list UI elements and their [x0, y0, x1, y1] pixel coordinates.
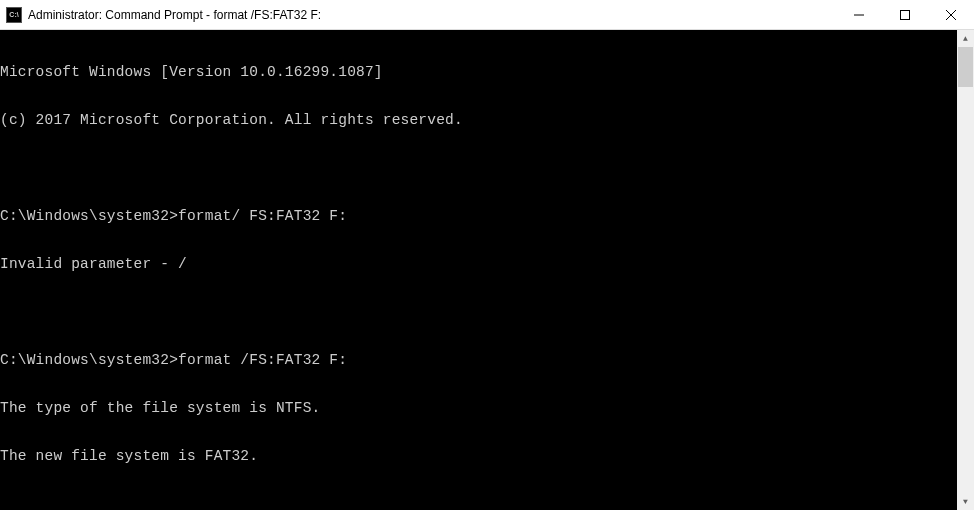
scrollbar-thumb[interactable] — [958, 47, 973, 87]
terminal-line: The type of the file system is NTFS. — [0, 400, 957, 416]
terminal-line: C:\Windows\system32>format/ FS:FAT32 F: — [0, 208, 957, 224]
terminal-line: Invalid parameter - / — [0, 256, 957, 272]
maximize-button[interactable] — [882, 0, 928, 29]
terminal-area: Microsoft Windows [Version 10.0.16299.10… — [0, 30, 974, 510]
vertical-scrollbar[interactable]: ▲ ▼ — [957, 30, 974, 510]
close-button[interactable] — [928, 0, 974, 29]
maximize-icon — [900, 10, 910, 20]
window-title: Administrator: Command Prompt - format /… — [28, 8, 836, 22]
terminal-output[interactable]: Microsoft Windows [Version 10.0.16299.10… — [0, 30, 957, 510]
minimize-icon — [854, 10, 864, 20]
close-icon — [946, 10, 956, 20]
window-titlebar: C:\ Administrator: Command Prompt - form… — [0, 0, 974, 30]
minimize-button[interactable] — [836, 0, 882, 29]
terminal-line: C:\Windows\system32>format /FS:FAT32 F: — [0, 352, 957, 368]
terminal-line — [0, 160, 957, 176]
cmd-icon: C:\ — [6, 7, 22, 23]
terminal-line: (c) 2017 Microsoft Corporation. All righ… — [0, 112, 957, 128]
terminal-line: Microsoft Windows [Version 10.0.16299.10… — [0, 64, 957, 80]
svg-rect-1 — [901, 10, 910, 19]
scroll-up-arrow-icon[interactable]: ▲ — [957, 30, 974, 47]
terminal-line: The new file system is FAT32. — [0, 448, 957, 464]
scroll-down-arrow-icon[interactable]: ▼ — [957, 493, 974, 510]
terminal-line — [0, 304, 957, 320]
window-controls — [836, 0, 974, 29]
terminal-line — [0, 496, 957, 510]
